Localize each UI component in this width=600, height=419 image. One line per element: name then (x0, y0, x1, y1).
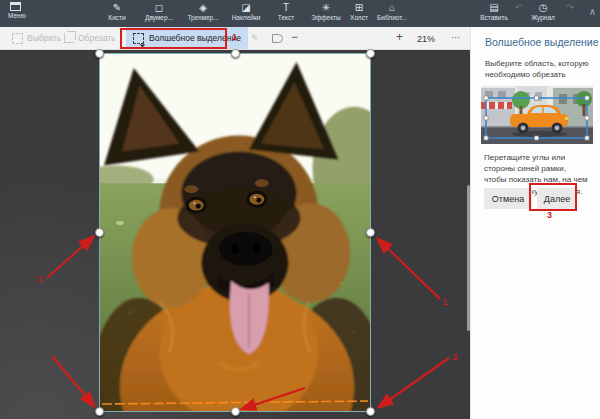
select-icon (12, 33, 23, 44)
dog-photo-image (100, 54, 370, 411)
history-button[interactable]: ◷ Журнал (531, 2, 555, 22)
history-icon: ◷ (539, 2, 548, 14)
tab-effects[interactable]: ✳ Эффекты (311, 2, 341, 22)
tab-brushes[interactable]: ✎ Кисти (108, 2, 125, 22)
arrow-to-bottom-left-handle (52, 356, 94, 406)
top-menu-bar: Меню ✎ Кисти ◻ Двумер... ◈ Трехмер... ◪ … (0, 0, 600, 27)
shapes-2d-icon: ◻ (155, 2, 163, 14)
tab-2d-shapes[interactable]: ◻ Двумер... (145, 2, 173, 22)
dog-photo[interactable] (99, 53, 371, 412)
selection-handle-bottom-right[interactable] (366, 407, 375, 416)
zoom-level-value: 21% (406, 34, 446, 44)
cancel-button[interactable]: Отмена (484, 188, 532, 209)
more-options-icon[interactable]: ⋯ (451, 32, 462, 43)
paste-button[interactable]: ▤ Вставить (480, 2, 508, 22)
zoom-in-button[interactable]: + (396, 30, 403, 44)
canvas-icon: ⊞ (355, 2, 363, 14)
arrow-to-right-handle (378, 239, 440, 299)
magic-select-button[interactable]: Волшебное выделение (126, 27, 248, 49)
draw-tool-button: ✎ (251, 27, 259, 49)
canvas-area (0, 50, 470, 419)
redo-icon: ↷ (566, 2, 574, 14)
shapes-3d-icon: ◈ (199, 2, 207, 14)
sticker-icon: ◪ (241, 2, 250, 14)
zoom-out-button[interactable]: − (291, 30, 298, 44)
arrow-to-bottom-right-handle (379, 358, 449, 407)
tab-text[interactable]: T Текст (278, 2, 294, 22)
menu-button[interactable]: Меню (8, 2, 26, 20)
tab-library[interactable]: ⌂ Библиот... (377, 2, 407, 22)
callout-tool-button[interactable] (272, 27, 283, 49)
arrow-to-left-handle (47, 237, 93, 278)
callout-icon (272, 34, 283, 43)
undo-button: ↶ (515, 2, 523, 14)
paint3d-window: Меню ✎ Кисти ◻ Двумер... ◈ Трехмер... ◪ … (0, 0, 600, 419)
magic-select-icon (133, 33, 144, 44)
tab-canvas[interactable]: ⊞ Холст (350, 2, 368, 22)
collapse-ribbon-icon[interactable]: ∧ (589, 6, 596, 17)
selection-handle-top-left[interactable] (95, 49, 104, 58)
selection-handle-middle-left[interactable] (95, 228, 104, 237)
next-button[interactable]: Далее (537, 188, 577, 209)
effects-icon: ✳ (322, 2, 330, 14)
panel-subtitle: Выберите область, которую необходимо обр… (485, 58, 589, 80)
paste-icon: ▤ (489, 2, 498, 14)
select-button: Выбрать (12, 27, 61, 49)
crop-icon (64, 33, 74, 43)
redo-button: ↷ (566, 2, 574, 14)
selection-handle-bottom-left[interactable] (95, 407, 104, 416)
menu-label: Меню (8, 11, 26, 20)
panel-title: Волшебное выделение (485, 36, 599, 48)
window-icon (10, 2, 21, 11)
pen-icon: ✎ (251, 33, 259, 43)
undo-icon: ↶ (515, 2, 523, 14)
text-icon: T (283, 2, 289, 14)
crop-button: Обрезать (64, 27, 116, 49)
example-illustration (481, 86, 593, 144)
selection-handle-top-middle[interactable] (231, 49, 240, 58)
tab-3d-shapes[interactable]: ◈ Трехмер... (187, 2, 218, 22)
magic-select-panel: Волшебное выделение Выберите область, ко… (470, 27, 600, 419)
selection-handle-bottom-middle[interactable] (231, 407, 240, 416)
brush-icon: ✎ (113, 2, 121, 14)
car-scene-image (481, 86, 593, 144)
selection-handle-top-right[interactable] (366, 49, 375, 58)
library-icon: ⌂ (389, 2, 395, 14)
tool-options-bar: Выбрать Обрезать Волшебное выделение ✎ −… (0, 27, 470, 50)
tab-stickers[interactable]: ◪ Наклейки (232, 2, 261, 22)
selection-handle-middle-right[interactable] (366, 228, 375, 237)
